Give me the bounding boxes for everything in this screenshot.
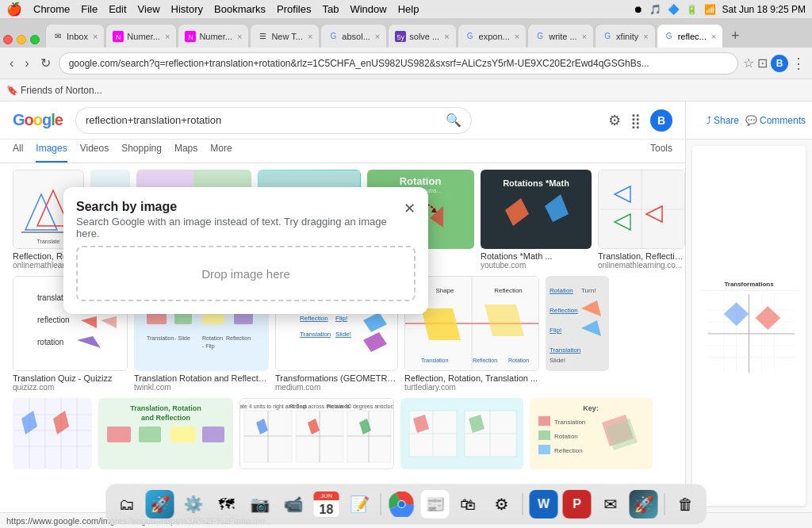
image-card-r3-2[interactable]: Translation, Rotation and Reflection — [98, 398, 233, 469]
img-caption-6: Translation, Reflection, Rota... — [598, 251, 685, 261]
tab-absol[interactable]: G absol... × — [320, 24, 387, 48]
image-card-r3-1[interactable] — [13, 398, 92, 469]
share-button[interactable]: ⤴ Share — [707, 115, 739, 126]
tab-close-numer1[interactable]: × — [165, 32, 170, 41]
tab-tools[interactable]: Tools — [650, 143, 672, 163]
svg-text:Slide!: Slide! — [335, 331, 351, 338]
menu-view[interactable]: View — [138, 3, 160, 15]
svg-text:Translate: Translate — [37, 239, 60, 244]
dock-facetime[interactable]: 📹 — [279, 490, 308, 518]
tab-shopping[interactable]: Shopping — [121, 143, 162, 163]
profile-avatar[interactable]: B — [771, 55, 788, 72]
menu-help[interactable]: Help — [398, 3, 419, 15]
google-images-page: Google 🔍 ⚙ ⣿ B All Images Videos Shoppin… — [0, 101, 685, 528]
tab-all[interactable]: All — [13, 143, 23, 163]
tab-images[interactable]: Images — [36, 143, 67, 163]
tab-xfinity[interactable]: G xfinity × — [595, 24, 656, 48]
image-card-r2-5[interactable]: Rotation Turn! Reflection Flip! Translat… — [546, 276, 609, 371]
tab-videos[interactable]: Videos — [80, 143, 109, 163]
tab-label-numer1: Numer... — [127, 32, 160, 41]
apple-menu[interactable]: 🍎 — [6, 2, 22, 17]
overlay-title-group: Search by image Search Google with an im… — [76, 200, 404, 239]
back-button[interactable]: ‹ — [6, 55, 17, 72]
dock: 🗂 🚀 ⚙️ 🗺 📷 📹 JUN 18 📝 📰 🛍 ⚙ W P ✉ 🚀 🗑 — [105, 484, 707, 525]
dock-rocket[interactable]: 🚀 — [630, 490, 658, 518]
tab-more[interactable]: More — [210, 143, 232, 163]
dock-notes[interactable]: 📝 — [346, 490, 374, 518]
reload-button[interactable]: ↻ — [37, 54, 54, 72]
battery-icon: 🔋 — [686, 4, 698, 15]
dock-mail[interactable]: ✉ — [596, 490, 625, 518]
image-card-r3-5[interactable]: Key: Translation Rotation Reflection — [530, 398, 653, 469]
bookmark-friends-of-norton[interactable]: 🔖 Friends of Norton... — [6, 85, 102, 96]
tab-inbox[interactable]: ✉ Inbox × — [45, 24, 105, 48]
dock-appstore[interactable]: 🛍 — [454, 490, 483, 518]
image-card-6[interactable]: Translation, Reflection, Rota... onlinem… — [598, 170, 685, 270]
address-bar-icons: ☆ ⊡ B ⋮ — [743, 55, 806, 72]
image-card-r3-3[interactable]: Translate 4 units to right and 2 up Refl… — [239, 398, 394, 469]
menu-profiles[interactable]: Profiles — [277, 3, 311, 15]
new-tab-button[interactable]: + — [724, 24, 746, 48]
bookmark-star-icon[interactable]: ☆ — [743, 55, 754, 71]
tab-close-new[interactable]: × — [308, 32, 312, 41]
menu-edit[interactable]: Edit — [109, 3, 126, 15]
tab-close-reflec[interactable]: × — [711, 32, 716, 41]
dock-trash[interactable]: 🗑 — [672, 490, 700, 518]
close-window-btn[interactable] — [3, 35, 13, 44]
tab-close-absol[interactable]: × — [375, 32, 380, 41]
comments-button[interactable]: 💬 Comments — [745, 115, 806, 126]
comments-label: Comments — [760, 115, 806, 126]
search-icon[interactable]: 🔍 — [446, 113, 462, 128]
tab-close-write[interactable]: × — [582, 32, 587, 41]
google-search-bar[interactable]: 🔍 — [75, 107, 472, 134]
dock-word[interactable]: W — [530, 490, 558, 518]
settings-gear-icon[interactable]: ⚙ — [608, 112, 621, 129]
menu-file[interactable]: File — [81, 3, 98, 15]
overlay-close-button[interactable]: ✕ — [404, 200, 416, 217]
tab-close-expon[interactable]: × — [515, 32, 519, 41]
maximize-window-btn[interactable] — [30, 35, 40, 44]
tab-numer2[interactable]: N Numer... × — [178, 24, 249, 48]
dock-chrome[interactable] — [388, 490, 416, 518]
dock-settings[interactable]: ⚙ — [488, 490, 516, 518]
drop-zone[interactable]: Drop image here — [76, 246, 416, 301]
tab-close-numer2[interactable]: × — [237, 32, 242, 41]
dock-system-prefs[interactable]: ⚙️ — [179, 490, 208, 518]
dock-finder[interactable]: 🗂 — [113, 490, 141, 518]
tab-numer1[interactable]: N Numer... × — [105, 24, 177, 48]
image-card-r3-4[interactable] — [400, 398, 523, 469]
forward-button[interactable]: › — [21, 55, 32, 72]
image-card-5[interactable]: Rotations *Math Rotations *Math ... yout… — [481, 170, 592, 270]
dock-powerpoint[interactable]: P — [563, 490, 592, 518]
svg-text:and Reflection: and Reflection — [141, 414, 190, 422]
menu-history[interactable]: History — [171, 3, 203, 15]
google-account-avatar[interactable]: B — [650, 109, 672, 132]
browser-chrome: ✉ Inbox × N Numer... × N Numer... × ☰ Ne… — [0, 19, 812, 101]
tab-expon[interactable]: G expon... × — [458, 24, 527, 48]
google-search-input[interactable] — [86, 114, 446, 126]
tab-maps[interactable]: Maps — [174, 143, 197, 163]
google-apps-icon[interactable]: ⣿ — [630, 112, 641, 129]
tab-solve[interactable]: 5y solve ... × — [388, 24, 456, 48]
dock-photos[interactable]: 📷 — [246, 490, 274, 518]
menu-window[interactable]: Window — [350, 3, 386, 15]
tab-close-xfinity[interactable]: × — [643, 32, 648, 41]
tab-close-solve[interactable]: × — [444, 32, 449, 41]
minimize-window-btn[interactable] — [17, 35, 26, 44]
menu-tab[interactable]: Tab — [322, 3, 339, 15]
tab-close-inbox[interactable]: × — [93, 32, 98, 41]
slide-preview: Transformations — [692, 146, 806, 506]
dock-calendar[interactable]: JUN 18 — [312, 490, 341, 518]
more-options-icon[interactable]: ⋮ — [791, 55, 806, 72]
address-input[interactable] — [59, 52, 738, 75]
tab-reflec[interactable]: G reflec... × — [657, 24, 724, 48]
dock-news[interactable]: 📰 — [421, 490, 450, 518]
dock-launchpad[interactable]: 🚀 — [146, 490, 174, 518]
dock-maps[interactable]: 🗺 — [213, 490, 241, 518]
menu-chrome[interactable]: Chrome — [33, 3, 70, 15]
svg-text:Translation: Translation — [147, 335, 174, 341]
screen-options-icon[interactable]: ⊡ — [757, 55, 768, 71]
tab-new[interactable]: ☰ New T... × — [250, 24, 320, 48]
menu-bookmarks[interactable]: Bookmarks — [214, 3, 266, 15]
tab-write[interactable]: G write ... × — [527, 24, 594, 48]
